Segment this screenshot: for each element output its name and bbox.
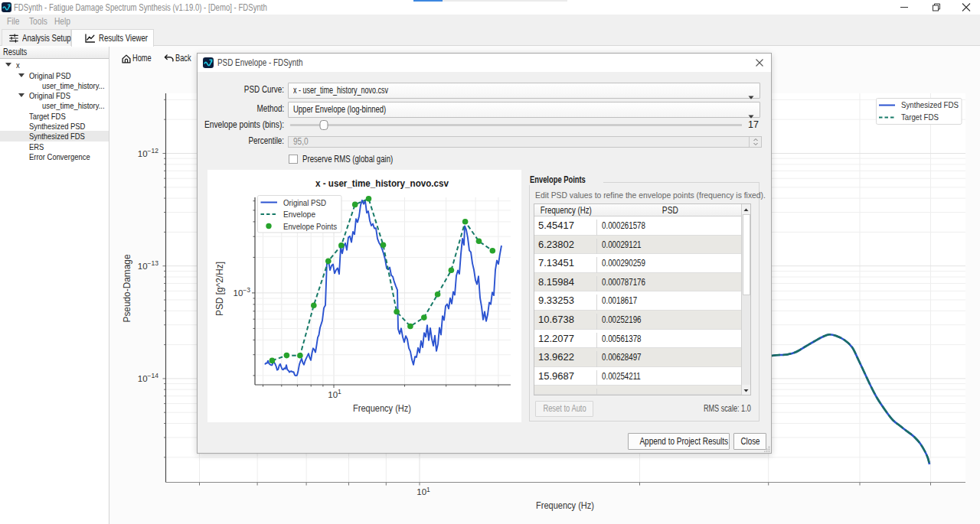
svg-text:PSD [g^2/Hz]: PSD [g^2/Hz] xyxy=(214,262,225,316)
svg-text:Envelope: Envelope xyxy=(283,210,315,219)
svg-text:x - user_time_history_novo.csv: x - user_time_history_novo.csv xyxy=(315,177,449,189)
svg-text:Frequency (Hz): Frequency (Hz) xyxy=(536,500,594,511)
svg-text:Pseudo-Damage: Pseudo-Damage xyxy=(122,254,132,322)
svg-text:Synthesized FDS: Synthesized FDS xyxy=(901,100,959,109)
svg-text:Original PSD: Original PSD xyxy=(283,198,326,207)
svg-text:Target FDS: Target FDS xyxy=(901,112,939,122)
svg-text:Envelope Points: Envelope Points xyxy=(283,222,337,231)
svg-text:Frequency (Hz): Frequency (Hz) xyxy=(353,403,411,414)
